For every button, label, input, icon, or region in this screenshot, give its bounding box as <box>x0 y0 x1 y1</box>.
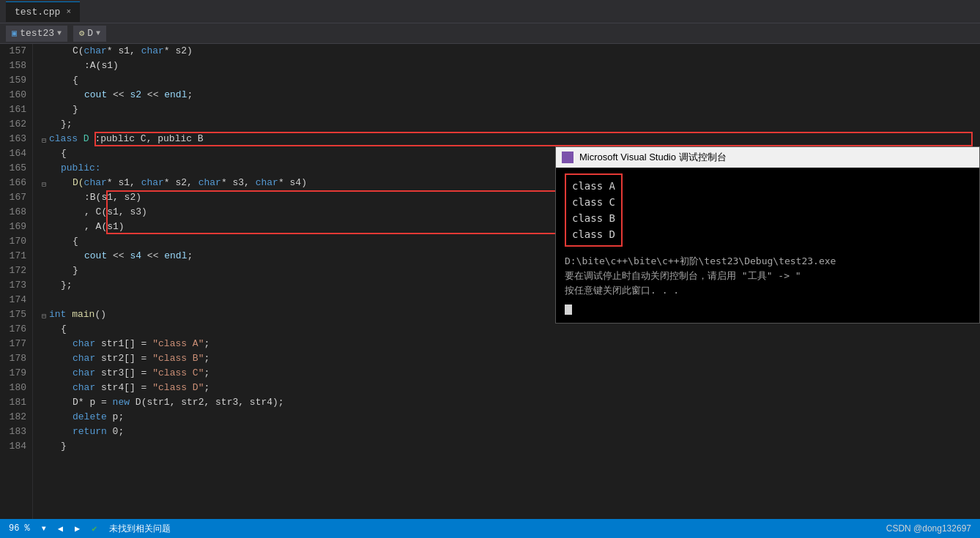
line-number: 184 <box>3 439 26 454</box>
code-token: "class A" <box>152 337 204 351</box>
code-token: char <box>84 176 107 190</box>
code-token: char <box>73 351 101 366</box>
table-row: } <box>39 102 980 117</box>
table-row: C(char* s1, char* s2) <box>39 44 980 59</box>
line-number: 169 <box>3 220 26 234</box>
code-token: * s1, <box>107 44 141 59</box>
table-row: } <box>39 439 980 454</box>
table-row: ⊟class D :public C, public B <box>39 132 980 146</box>
code-token: ; <box>204 381 209 395</box>
line-number: 177 <box>3 337 26 351</box>
console-cursor <box>565 305 572 315</box>
console-output-highlighted: class A class C class B class D <box>565 173 623 247</box>
line-number: 176 <box>3 322 26 337</box>
tab-close-button[interactable]: × <box>66 7 71 16</box>
line-number: 180 <box>3 381 26 395</box>
symbol-icon: ⚙ <box>79 28 84 39</box>
code-token: { <box>61 322 67 337</box>
line-number: 164 <box>3 146 26 161</box>
project-dropdown-icon[interactable]: ▼ <box>57 29 62 37</box>
table-row: D* p = new D(str1, str2, str3, str4); <box>39 395 980 410</box>
zoom-dropdown[interactable]: ▼ <box>42 525 46 533</box>
console-line-2: class C <box>572 194 615 210</box>
code-token: :A(s1) <box>84 59 119 73</box>
code-token: 0; <box>113 425 125 439</box>
console-cursor-line <box>565 301 970 317</box>
line-number: 181 <box>3 395 26 410</box>
table-row: char str4[] = "class D"; <box>39 381 980 395</box>
symbol-name: D <box>87 28 93 39</box>
nav-symbol-selector[interactable]: ⚙ D ▼ <box>73 26 106 42</box>
line-number: 161 <box>3 102 26 117</box>
project-icon: ▣ <box>12 28 17 39</box>
code-token: p; <box>113 410 125 425</box>
code-token: "class B" <box>152 351 204 366</box>
line-number: 178 <box>3 351 26 366</box>
code-token: str4[] = <box>101 381 152 395</box>
console-output-box: class A class C class B class D <box>565 173 623 247</box>
line-number: 179 <box>3 366 26 381</box>
code-token: } <box>73 264 78 278</box>
code-token: * s1, <box>107 176 141 190</box>
code-token: { <box>73 73 78 88</box>
code-token: , A(s1) <box>84 220 125 234</box>
table-row: { <box>39 73 980 88</box>
code-token: char <box>256 176 278 190</box>
editor-tab[interactable]: test.cpp × <box>6 1 80 22</box>
code-token: char <box>141 176 164 190</box>
code-token: delete <box>73 410 113 425</box>
line-number: 160 <box>3 88 26 102</box>
line-number: 157 <box>3 44 26 59</box>
line-number: 166 <box>3 176 26 190</box>
line-number: 175 <box>3 307 26 322</box>
code-token: << <box>147 249 164 264</box>
line-number: 168 <box>3 205 26 220</box>
scroll-right-icon[interactable]: ▶ <box>75 523 80 534</box>
scroll-left-icon[interactable]: ◀ <box>58 523 63 534</box>
console-window: Microsoft Visual Studio 调试控制台 class A cl… <box>555 146 980 324</box>
code-token: * s3, <box>221 176 256 190</box>
nav-project-selector[interactable]: ▣ test23 ▼ <box>6 26 67 42</box>
table-row: { <box>39 322 980 337</box>
code-token: s4 <box>130 249 146 264</box>
code-token: char <box>84 44 107 59</box>
code-token: s2 <box>130 88 146 102</box>
console-line-1: class A <box>572 178 615 194</box>
table-row: }; <box>39 117 980 132</box>
code-token: char <box>73 337 101 351</box>
fold-icon[interactable]: ⊟ <box>39 310 49 320</box>
line-number: 167 <box>3 190 26 205</box>
line-number: 174 <box>3 293 26 307</box>
code-token: cout <box>84 88 113 102</box>
status-bar: 96 % ▼ ◀ ▶ ✔ 未找到相关问题 CSDN @dong132697 <box>0 519 980 538</box>
code-token: :B(s1, s2) <box>84 190 141 205</box>
fold-icon[interactable]: ⊟ <box>39 134 49 144</box>
code-token: cout <box>84 249 113 264</box>
table-row: char str2[] = "class B"; <box>39 351 980 366</box>
fold-icon[interactable]: ⊟ <box>39 178 49 188</box>
line-number: 158 <box>3 59 26 73</box>
code-token: } <box>73 102 78 117</box>
code-token: C( <box>73 44 84 59</box>
code-token: * s2, <box>164 176 198 190</box>
table-row: delete p; <box>39 410 980 425</box>
line-number: 172 <box>3 264 26 278</box>
tab-filename: test.cpp <box>15 7 60 18</box>
line-numbers: 1571581591601611621631641651661671681691… <box>0 44 33 519</box>
line-number: 173 <box>3 278 26 293</box>
console-title: Microsoft Visual Studio 调试控制台 <box>579 151 727 164</box>
console-title-bar: Microsoft Visual Studio 调试控制台 <box>556 147 979 168</box>
code-token: :public C, public B <box>94 132 203 146</box>
code-token: str1[] = <box>101 337 152 351</box>
code-token: char <box>141 44 164 59</box>
code-token: D( <box>73 176 84 190</box>
console-footer-3: 按任意键关闭此窗口. . . <box>565 283 970 298</box>
code-token: char <box>73 366 101 381</box>
symbol-dropdown-icon[interactable]: ▼ <box>96 29 100 37</box>
line-number: 183 <box>3 425 26 439</box>
code-token: class <box>49 132 83 146</box>
console-body: class A class C class B class D D:\bite\… <box>556 168 979 323</box>
table-row: return 0; <box>39 425 980 439</box>
console-line-3: class B <box>572 210 615 226</box>
code-token: () <box>94 307 106 322</box>
